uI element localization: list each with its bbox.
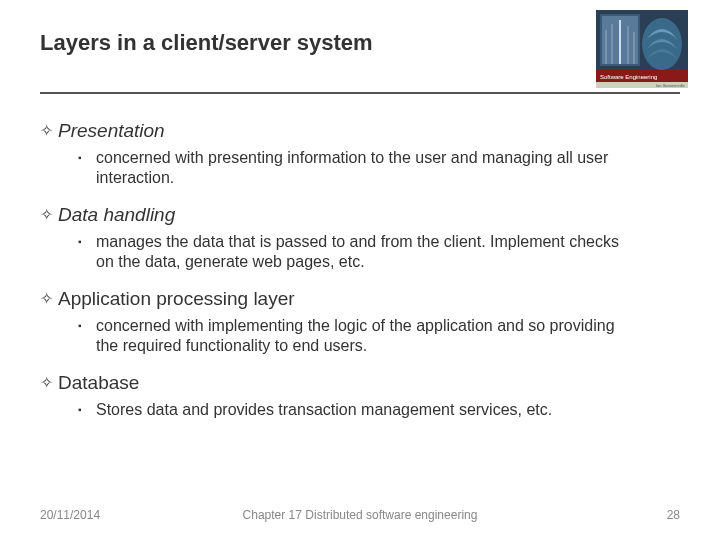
bullet-level1: ✧ Presentation xyxy=(40,120,680,142)
bullet-heading: Application processing layer xyxy=(58,288,295,310)
diamond-bullet-icon: ✧ xyxy=(40,204,58,226)
slide-title: Layers in a client/server system xyxy=(40,28,680,56)
bullet-body: concerned with implementing the logic of… xyxy=(96,316,636,356)
footer-chapter: Chapter 17 Distributed software engineer… xyxy=(40,508,680,522)
footer-date: 20/11/2014 xyxy=(40,508,100,522)
bullet-heading: Presentation xyxy=(58,120,165,142)
header-divider xyxy=(40,92,680,94)
book-cover-icon: Software Engineering Ian Sommerville xyxy=(596,10,688,88)
bullet-body: Stores data and provides transaction man… xyxy=(96,400,552,420)
svg-point-8 xyxy=(642,18,682,70)
slide-body: ✧ Presentation ▪ concerned with presenti… xyxy=(40,120,680,436)
bullet-body: manages the data that is passed to and f… xyxy=(96,232,636,272)
bullet-heading: Data handling xyxy=(58,204,175,226)
logo-caption: Software Engineering xyxy=(600,74,657,80)
square-bullet-icon: ▪ xyxy=(78,232,96,252)
diamond-bullet-icon: ✧ xyxy=(40,288,58,310)
bullet-level1: ✧ Application processing layer xyxy=(40,288,680,310)
diamond-bullet-icon: ✧ xyxy=(40,120,58,142)
footer-page-number: 28 xyxy=(667,508,680,522)
slide-footer: 20/11/2014 Chapter 17 Distributed softwa… xyxy=(40,508,680,522)
bullet-body: concerned with presenting information to… xyxy=(96,148,636,188)
diamond-bullet-icon: ✧ xyxy=(40,372,58,394)
bullet-level2: ▪ Stores data and provides transaction m… xyxy=(78,400,680,420)
slide-header: Layers in a client/server system Softwar… xyxy=(40,28,680,98)
bullet-level2: ▪ manages the data that is passed to and… xyxy=(78,232,680,272)
square-bullet-icon: ▪ xyxy=(78,400,96,420)
logo-author: Ian Sommerville xyxy=(656,83,685,88)
square-bullet-icon: ▪ xyxy=(78,148,96,168)
bullet-level2: ▪ concerned with presenting information … xyxy=(78,148,680,188)
square-bullet-icon: ▪ xyxy=(78,316,96,336)
book-cover-logo: Software Engineering Ian Sommerville xyxy=(596,10,688,88)
bullet-level1: ✧ Data handling xyxy=(40,204,680,226)
bullet-level2: ▪ concerned with implementing the logic … xyxy=(78,316,680,356)
bullet-level1: ✧ Database xyxy=(40,372,680,394)
slide: Layers in a client/server system Softwar… xyxy=(0,0,720,540)
bullet-heading: Database xyxy=(58,372,139,394)
